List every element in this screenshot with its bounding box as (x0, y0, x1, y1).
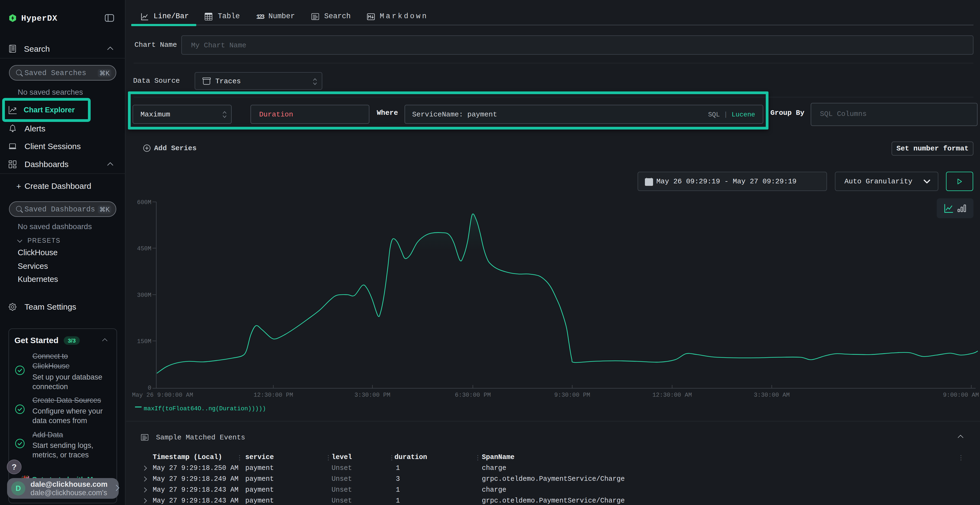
svg-text:9:30:00 PM: 9:30:00 PM (554, 392, 590, 399)
svg-text:3:30:00 AM: 3:30:00 AM (754, 392, 790, 399)
svg-text:12:30:00 AM: 12:30:00 AM (652, 392, 692, 399)
svg-text:450M: 450M (137, 245, 151, 252)
svg-text:maxIf(toFloat64O..ng(Duration): maxIf(toFloat64O..ng(Duration))))) (144, 405, 266, 412)
svg-text:3:30:00 PM: 3:30:00 PM (355, 392, 390, 399)
svg-text:150M: 150M (137, 338, 151, 345)
svg-text:600M: 600M (137, 199, 151, 206)
svg-text:6:30:00 PM: 6:30:00 PM (455, 392, 491, 399)
svg-text:May 26 9:00:00 AM: May 26 9:00:00 AM (132, 392, 193, 399)
svg-text:9:00:00 AM: 9:00:00 AM (943, 392, 979, 399)
svg-text:12:30:00 PM: 12:30:00 PM (253, 392, 293, 399)
svg-text:300M: 300M (137, 292, 151, 299)
svg-text:0: 0 (148, 385, 151, 392)
